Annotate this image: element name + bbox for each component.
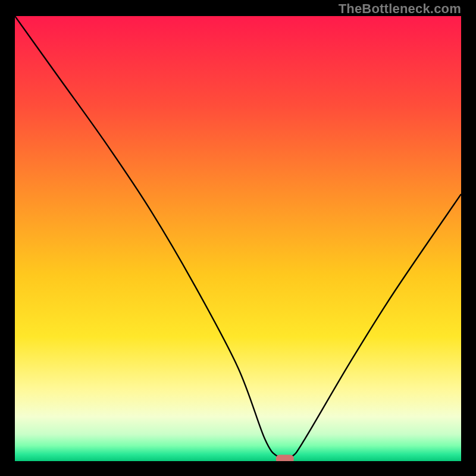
watermark-text: TheBottleneck.com (339, 1, 461, 17)
optimal-marker (276, 455, 294, 461)
chart-frame: TheBottleneck.com (0, 0, 476, 476)
bottleneck-chart (15, 16, 461, 461)
gradient-background (15, 16, 461, 461)
plot-area (15, 16, 461, 461)
